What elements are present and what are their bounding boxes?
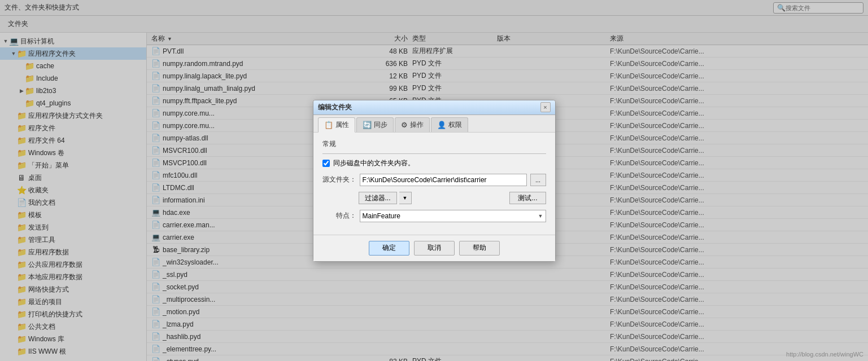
dialog-tabs: 📋属性🔄同步⚙操作👤权限 xyxy=(313,115,555,133)
feature-row: 特点： MainFeature ▼ xyxy=(322,210,546,222)
source-label: 源文件夹： xyxy=(322,175,356,184)
test-button[interactable]: 测试... xyxy=(509,192,546,204)
dialog-tab-属性[interactable]: 📋属性 xyxy=(318,117,355,133)
sync-checkbox[interactable] xyxy=(322,160,330,167)
dialog-title: 编辑文件夹 xyxy=(318,103,352,112)
dialog-overlay: 编辑文件夹 × 📋属性🔄同步⚙操作👤权限 常规 同步磁盘中的文件夹内容。 源文件… xyxy=(0,0,868,361)
dialog-body: 常规 同步磁盘中的文件夹内容。 源文件夹： ... 过滤器... ▼ 测试... xyxy=(313,133,555,235)
tab-label: 同步 xyxy=(374,120,387,130)
filter-dropdown[interactable]: ▼ xyxy=(399,192,412,204)
ok-button[interactable]: 确定 xyxy=(369,241,409,256)
feature-value: MainFeature xyxy=(363,212,400,220)
edit-folder-dialog: 编辑文件夹 × 📋属性🔄同步⚙操作👤权限 常规 同步磁盘中的文件夹内容。 源文件… xyxy=(313,100,556,262)
cancel-button[interactable]: 取消 xyxy=(414,241,455,256)
browse-button[interactable]: ... xyxy=(530,174,546,186)
tab-icon: 👤 xyxy=(437,121,446,129)
filter-button[interactable]: 过滤器... xyxy=(359,192,397,204)
sync-checkbox-label: 同步磁盘中的文件夹内容。 xyxy=(333,159,415,168)
tab-icon: 🔄 xyxy=(363,121,372,129)
filter-row: 过滤器... ▼ 测试... xyxy=(322,192,546,204)
dialog-close-button[interactable]: × xyxy=(540,102,551,112)
dialog-divider xyxy=(322,153,546,154)
dialog-checkbox-row: 同步磁盘中的文件夹内容。 xyxy=(322,159,546,168)
feature-dropdown-arrow: ▼ xyxy=(538,213,543,219)
dialog-tab-操作[interactable]: ⚙操作 xyxy=(395,117,430,132)
tab-label: 权限 xyxy=(448,120,462,130)
source-field-row: 源文件夹： ... xyxy=(322,174,546,186)
help-button[interactable]: 帮助 xyxy=(459,241,500,256)
dialog-tab-同步[interactable]: 🔄同步 xyxy=(356,117,394,132)
dialog-section-title: 常规 xyxy=(322,139,546,149)
tab-icon: 📋 xyxy=(324,121,333,129)
dialog-title-bar: 编辑文件夹 × xyxy=(313,100,555,115)
source-input[interactable] xyxy=(360,174,527,186)
feature-select[interactable]: MainFeature ▼ xyxy=(360,210,546,222)
dialog-footer: 确定 取消 帮助 xyxy=(313,235,555,261)
feature-label: 特点： xyxy=(322,211,356,221)
tab-label: 操作 xyxy=(410,120,424,130)
tab-icon: ⚙ xyxy=(401,121,408,129)
tab-label: 属性 xyxy=(335,120,349,130)
dialog-tab-权限[interactable]: 👤权限 xyxy=(431,117,468,132)
